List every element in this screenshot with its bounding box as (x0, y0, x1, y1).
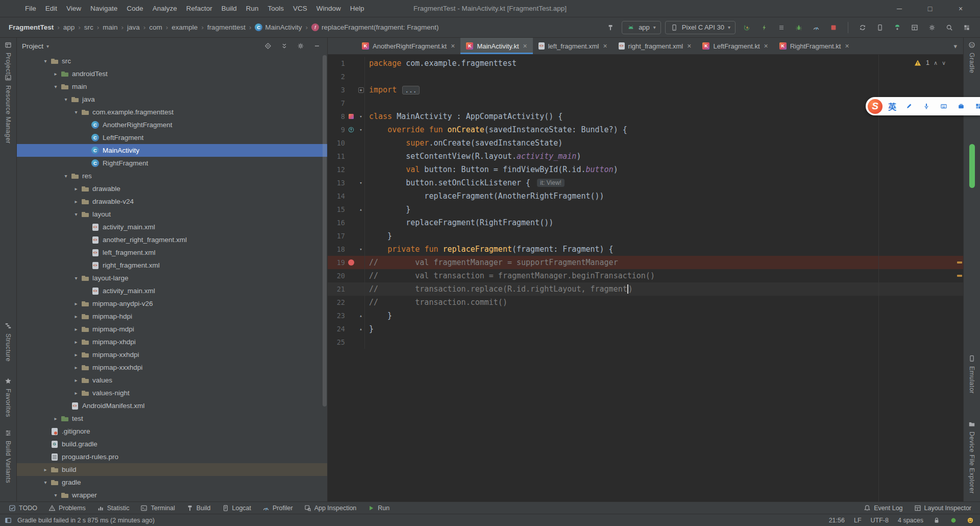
tab-right-fragment-xml[interactable]: right_fragment.xml× (613, 38, 697, 54)
indent-widget[interactable]: 4 spaces (898, 517, 923, 524)
code-line-18[interactable]: 18▾ private fun replaceFragment(fragment… (328, 243, 963, 256)
code-line-11[interactable]: 11 setContentView(R.layout.activity_main… (328, 150, 963, 163)
build-project-button[interactable] (603, 21, 618, 34)
tool-button-todo[interactable]: TODO (3, 502, 43, 514)
tool-button-terminal[interactable]: Terminal (135, 502, 180, 514)
code-line-25[interactable]: 25 (328, 336, 963, 349)
sogou-logo[interactable]: S (868, 99, 883, 114)
code-line-19[interactable]: 19// val fragmentManager = supportFragme… (328, 256, 963, 269)
fold-marker[interactable]: ▴ (357, 322, 365, 336)
handwriting-pen-icon[interactable] (902, 100, 916, 113)
collapse-icon[interactable]: ▾ (72, 275, 80, 281)
breadcrumb-fragmenttest[interactable]: fragmenttest (206, 22, 247, 32)
line-number[interactable]: 20 (328, 272, 345, 280)
profile-icon[interactable] (809, 21, 823, 34)
close-tab-icon[interactable]: × (687, 42, 691, 50)
tree-item-layout[interactable]: ▾layout (17, 208, 327, 221)
menu-code[interactable]: Code (122, 3, 148, 14)
settings-icon[interactable] (296, 41, 306, 51)
close-tab-icon[interactable]: × (603, 42, 607, 50)
line-number[interactable]: 10 (328, 139, 345, 147)
tool-stripe-build-variants[interactable]: Build Variants (0, 429, 16, 483)
expand-icon[interactable]: ▸ (72, 390, 80, 396)
sync-project-gradle-icon[interactable] (855, 21, 870, 34)
tree-item-mipmap-anydpi-v26[interactable]: ▸mipmap-anydpi-v26 (17, 297, 327, 310)
tab-left-fragment-xml[interactable]: left_fragment.xml× (533, 38, 613, 54)
tree-item-left-fragment-xml[interactable]: left_fragment.xml (17, 246, 327, 259)
tree-item-mipmap-xxxhdpi[interactable]: ▸mipmap-xxxhdpi (17, 361, 327, 374)
line-number[interactable]: 11 (328, 152, 345, 160)
tab-rightfragment-kt[interactable]: RightFragment.kt× (774, 38, 855, 54)
code-line-24[interactable]: 24▴} (328, 322, 963, 336)
tool-window-switcher-icon[interactable] (4, 516, 12, 524)
toolbox-icon[interactable] (954, 100, 968, 113)
fold-marker[interactable]: ▾ (357, 110, 365, 123)
code-line-2[interactable]: 2 (328, 70, 963, 83)
line-number[interactable]: 25 (328, 338, 345, 346)
menu-build[interactable]: Build (217, 3, 241, 14)
collapse-icon[interactable]: ▾ (41, 480, 50, 485)
hide-panel-icon[interactable] (312, 41, 322, 51)
error-stripe-mark[interactable] (957, 261, 962, 264)
search-everywhere-icon[interactable] (942, 21, 957, 34)
line-number[interactable]: 22 (328, 298, 345, 306)
tree-item-build-gradle[interactable]: build.gradle (17, 438, 327, 450)
collapse-icon[interactable]: ▾ (62, 173, 70, 179)
tree-item-drawable[interactable]: ▸drawable (17, 182, 327, 195)
collapse-icon[interactable]: ▾ (72, 109, 80, 115)
feedback-smiley-icon[interactable] (966, 516, 974, 524)
status-message[interactable]: Gradle build failed in 2 s 875 ms (2 min… (17, 517, 155, 524)
tool-stripe-gradle[interactable]: GGradle (964, 41, 980, 74)
expand-icon[interactable]: ▸ (72, 339, 80, 345)
code-line-12[interactable]: 12 val button: Button = findViewById(R.i… (328, 163, 963, 176)
line-number[interactable]: 18 (328, 245, 345, 253)
line-number[interactable]: 3 (328, 86, 345, 94)
code-line-9[interactable]: 9▾ override fun onCreate(savedInstanceSt… (328, 123, 963, 136)
project-scrollbar[interactable] (323, 55, 327, 407)
tree-item-main[interactable]: ▾main (17, 80, 327, 93)
expression-grid-icon[interactable] (971, 100, 980, 113)
encoding-widget[interactable]: UTF-8 (871, 517, 889, 524)
project-panel-title[interactable]: Project (22, 42, 43, 50)
status-indicator-icon[interactable] (949, 516, 957, 524)
fold-marker[interactable]: + (357, 83, 365, 97)
tree-item-mipmap-hdpi[interactable]: ▸mipmap-hdpi (17, 310, 327, 323)
expand-icon[interactable]: ▸ (72, 301, 80, 306)
tool-button-statistic[interactable]: Statistic (91, 502, 135, 514)
tree-item-mipmap-mdpi[interactable]: ▸mipmap-mdpi (17, 323, 327, 336)
code-line-17[interactable]: 17 } (328, 229, 963, 243)
tool-button-profiler[interactable]: Profiler (257, 502, 299, 514)
tree-item-src[interactable]: ▾src (17, 55, 327, 67)
expand-icon[interactable]: ▸ (72, 314, 80, 319)
line-ending-widget[interactable]: LF (854, 517, 862, 524)
layout-inspector-toolbar-icon[interactable] (908, 21, 922, 34)
sdk-manager-icon[interactable] (890, 21, 904, 34)
prev-problem-icon[interactable]: ∧ (934, 60, 938, 66)
line-number[interactable]: 23 (328, 312, 345, 320)
tree-item-leftfragment[interactable]: LeftFragment (17, 131, 327, 144)
tree-item-mipmap-xxhdpi[interactable]: ▸mipmap-xxhdpi (17, 348, 327, 361)
tree-item-gitignore[interactable]: .gitignore (17, 425, 327, 438)
close-tab-icon[interactable]: × (764, 42, 768, 50)
tree-item-res[interactable]: ▾res (17, 170, 327, 182)
device-select[interactable]: Pixel C API 30 ▾ (665, 21, 736, 34)
tool-button-problems[interactable]: Problems (43, 502, 91, 514)
breadcrumb-replacefragment-fragment-fragment[interactable]: replaceFragment(fragment: Fragment) (310, 22, 440, 32)
breadcrumb-java[interactable]: java (126, 22, 141, 32)
apply-code-changes-icon[interactable] (757, 21, 771, 34)
breadcrumb-com[interactable]: com (148, 22, 164, 32)
minimize-button[interactable]: ─ (884, 5, 915, 13)
collapse-icon[interactable]: ▾ (62, 97, 70, 102)
apply-changes-icon[interactable] (740, 21, 754, 34)
line-number[interactable]: 12 (328, 165, 345, 174)
tree-item-rightfragment[interactable]: RightFragment (17, 157, 327, 170)
breadcrumb-app[interactable]: app (62, 22, 77, 32)
stop-icon[interactable] (826, 21, 841, 34)
tree-item-another-right-fragment-xml[interactable]: another_right_fragment.xml (17, 233, 327, 246)
fold-marker[interactable]: ▴ (357, 203, 365, 216)
line-number[interactable]: 8 (328, 112, 345, 121)
tree-item-com-example-fragmenttest[interactable]: ▾com.example.fragmenttest (17, 106, 327, 118)
code-line-22[interactable]: 22// transaction.commit() (328, 296, 963, 309)
expand-icon[interactable]: ▸ (72, 377, 80, 383)
tree-item-right-fragment-xml[interactable]: right_fragment.xml (17, 259, 327, 272)
